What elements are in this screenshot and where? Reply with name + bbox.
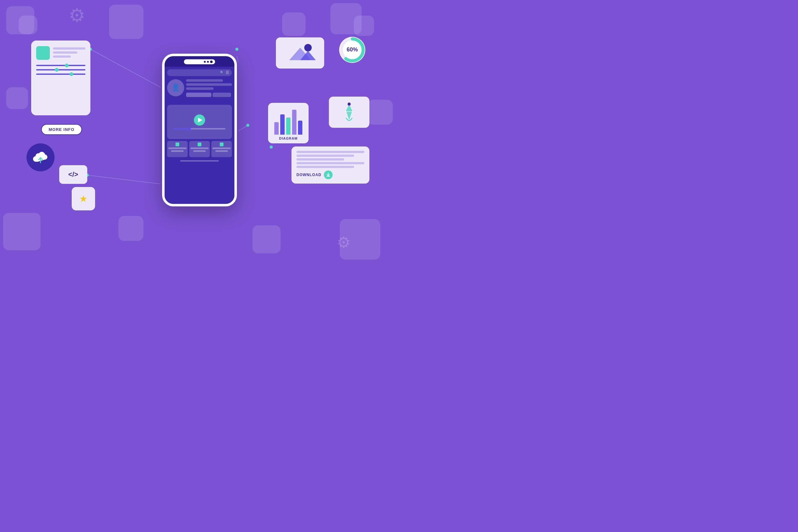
bg-square-8	[118, 216, 144, 241]
phone-avatar: 👤	[167, 79, 184, 96]
gear-icon-2: ⚙	[337, 235, 351, 250]
slider-1	[36, 65, 86, 66]
svg-point-15	[304, 44, 312, 52]
bg-square-3	[109, 5, 144, 39]
profile-line-2	[186, 83, 232, 86]
svg-point-9	[270, 146, 273, 149]
phone-bottom-bar	[180, 160, 219, 162]
bar-chart	[274, 113, 302, 135]
card-line-1	[168, 147, 186, 149]
phone-search-icon: 🔍	[220, 71, 224, 74]
download-line-4	[297, 162, 364, 164]
bg-square-11	[6, 87, 28, 109]
diagram-card: DIAGRAM	[268, 103, 309, 144]
phone-profile-lines	[186, 78, 232, 103]
svg-point-7	[246, 124, 249, 127]
settings-line-2	[53, 52, 77, 54]
profile-line-1	[186, 79, 223, 82]
star-badge: ★	[72, 187, 95, 210]
download-line-2	[297, 155, 354, 157]
bg-square-4	[282, 13, 305, 36]
slider-handle-2	[55, 68, 59, 72]
svg-point-5	[235, 48, 239, 51]
more-info-button[interactable]: MORE INFO	[41, 124, 82, 135]
slider-3	[36, 74, 86, 75]
card-line-3	[190, 147, 209, 149]
phone-search-bar: 🔍 ☰	[167, 69, 232, 76]
download-line-3	[297, 158, 344, 160]
bg-square-2	[19, 16, 37, 34]
card-line-6	[215, 150, 228, 152]
notch-dot-1	[204, 61, 206, 63]
card-icon-1	[175, 142, 179, 146]
settings-panel	[31, 40, 90, 115]
donut-label: 60%	[347, 46, 358, 53]
slider-handle-1	[65, 63, 69, 67]
phone-card-3	[211, 141, 232, 157]
settings-top	[36, 46, 86, 60]
card-icon-3	[220, 142, 224, 146]
download-lines-group	[297, 151, 364, 168]
phone-notch	[184, 59, 215, 64]
profile-btn-group	[186, 93, 232, 97]
bar-5	[298, 120, 302, 135]
download-card: DOWNLOAD	[291, 147, 369, 184]
svg-line-2	[87, 175, 160, 184]
phone-play-button[interactable]	[194, 114, 205, 126]
bg-square-9	[252, 225, 281, 253]
notch-dot-2	[207, 61, 209, 63]
card-line-5	[213, 147, 231, 149]
settings-line-3	[53, 56, 71, 58]
slider-handle-3	[70, 72, 73, 76]
download-button-row: DOWNLOAD	[297, 170, 364, 179]
diagram-label: DIAGRAM	[279, 136, 298, 140]
download-icon[interactable]	[324, 170, 332, 179]
phone-cards-grid	[167, 141, 232, 157]
svg-line-6	[239, 125, 248, 131]
profile-btn-2	[213, 93, 231, 97]
phone-card-2	[189, 141, 210, 157]
card-icon-2	[197, 142, 202, 146]
card-line-4	[193, 150, 206, 152]
phone-progress-dot	[188, 127, 191, 130]
gear-icon-1: ⚙	[69, 6, 86, 25]
design-tool-svg	[335, 100, 363, 125]
code-tag-text: </>	[68, 170, 78, 178]
bar-4	[292, 110, 297, 135]
download-line-1	[297, 151, 364, 153]
image-card-svg	[283, 41, 317, 65]
design-card	[329, 97, 369, 128]
cloud-upload-circle	[26, 144, 55, 171]
star-icon: ★	[79, 193, 88, 204]
phone-card-1	[167, 141, 188, 157]
code-tag: </>	[59, 165, 87, 184]
slider-track-1	[36, 65, 86, 66]
svg-point-19	[347, 102, 351, 106]
image-card	[276, 37, 324, 69]
phone: 🔍 ☰ 👤	[162, 54, 237, 206]
phone-progress-fill	[174, 128, 189, 129]
phone-progress-bar	[174, 128, 225, 129]
download-line-5	[297, 166, 354, 168]
slider-track-3	[36, 74, 86, 75]
play-triangle-icon	[198, 117, 202, 122]
bar-1	[274, 122, 279, 135]
card-line-2	[171, 150, 184, 152]
download-arrow-icon	[326, 173, 330, 177]
donut-svg: 60%	[337, 34, 368, 65]
svg-line-4	[237, 56, 239, 62]
notch-camera	[210, 60, 213, 63]
phone-screen: 🔍 ☰ 👤	[165, 67, 234, 204]
phone-menu-icon: ☰	[226, 71, 229, 75]
cloud-upload-icon	[33, 151, 48, 164]
bg-square-6	[354, 16, 374, 36]
download-label: DOWNLOAD	[297, 173, 321, 177]
slider-2	[36, 69, 86, 71]
bar-2	[280, 114, 285, 135]
bg-square-12	[368, 100, 393, 125]
settings-line-1	[53, 48, 86, 50]
phone-profile-section: 👤	[167, 78, 232, 103]
bar-3	[286, 117, 290, 135]
slider-track-2	[36, 69, 86, 71]
phone-avatar-icon: 👤	[171, 83, 180, 92]
